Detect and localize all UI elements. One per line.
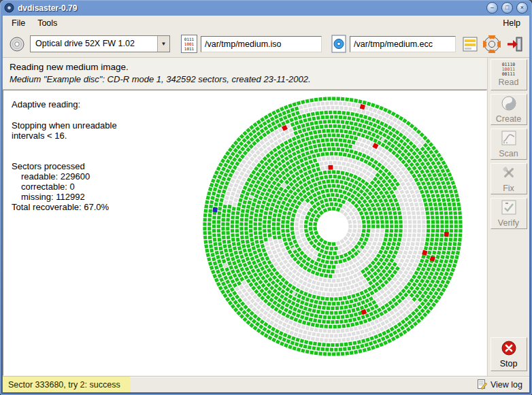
fix-button: Fix bbox=[491, 163, 527, 194]
drive-select[interactable]: Optical drive 52X FW 1.02 ▼ bbox=[30, 35, 170, 52]
scan-button: Scan bbox=[491, 128, 527, 160]
fix-icon bbox=[501, 165, 516, 183]
scan-label: Scan bbox=[499, 149, 518, 158]
toolbar: Optical drive 52X FW 1.02 ▼ 0111 1001 10… bbox=[3, 31, 529, 58]
stop-label: Stop bbox=[500, 359, 518, 368]
sectors-correctable: correctable: 0 bbox=[12, 182, 117, 192]
view-log-button[interactable]: View log bbox=[478, 379, 529, 390]
help-lifebelt-icon[interactable] bbox=[483, 35, 501, 53]
create-label: Create bbox=[496, 114, 522, 124]
drive-icon[interactable] bbox=[8, 35, 26, 53]
menu-tools[interactable]: Tools bbox=[31, 17, 63, 29]
main-panel: Adaptive reading: Stopping when unreadab… bbox=[3, 90, 487, 376]
fix-label: Fix bbox=[503, 184, 514, 193]
stop-button[interactable]: Stop bbox=[491, 337, 527, 371]
statusbar: Sector 333680, try 2: success View log bbox=[3, 376, 529, 392]
minimize-button[interactable]: – bbox=[486, 2, 498, 14]
status-panel: Reading new medium image. Medium "Exampl… bbox=[3, 58, 487, 90]
scan-icon bbox=[501, 131, 516, 148]
read-label: Read bbox=[499, 78, 519, 87]
sectors-missing: missing: 112992 bbox=[12, 192, 117, 202]
verify-button: Verify bbox=[491, 198, 527, 229]
drive-select-value: Optical drive 52X FW 1.02 bbox=[31, 36, 157, 52]
reading-info: Adaptive reading: Stopping when unreadab… bbox=[12, 99, 117, 212]
create-icon bbox=[501, 96, 516, 114]
quit-icon[interactable] bbox=[506, 35, 524, 53]
maximize-button[interactable]: □ bbox=[501, 2, 513, 14]
sectors-heading: Sectors processed bbox=[12, 161, 117, 171]
client-area: File Tools Help Optical drive 52X FW 1.0… bbox=[3, 16, 529, 392]
create-button: Create bbox=[491, 94, 527, 125]
ecc-file-icon bbox=[331, 35, 346, 53]
read-icon: 01110 10011 00111 bbox=[502, 63, 516, 77]
status-line2: Medium "Example disc": CD-R mode 1, 3425… bbox=[10, 74, 480, 84]
sector-spiral bbox=[182, 92, 484, 366]
menu-file[interactable]: File bbox=[5, 17, 31, 29]
info-heading: Adaptive reading: bbox=[12, 99, 117, 109]
window-title: dvdisaster-0.79 bbox=[18, 3, 77, 13]
view-log-icon bbox=[478, 379, 488, 390]
stop-icon bbox=[501, 341, 516, 358]
content-row: Reading new medium image. Medium "Exampl… bbox=[3, 58, 529, 376]
titlebar[interactable]: dvdisaster-0.79 – □ × bbox=[0, 0, 532, 16]
chevron-down-icon[interactable]: ▼ bbox=[157, 36, 169, 52]
preferences-icon[interactable] bbox=[463, 36, 478, 52]
total-recoverable: Total recoverable: 67.0% bbox=[12, 202, 117, 212]
menubar: File Tools Help bbox=[3, 16, 529, 31]
status-line1: Reading new medium image. bbox=[10, 62, 480, 72]
status-message: Sector 333680, try 2: success bbox=[3, 377, 130, 392]
app-window: dvdisaster-0.79 – □ × File Tools Help Op… bbox=[0, 0, 532, 395]
info-line2: intervals < 16. bbox=[12, 131, 117, 141]
info-line1: Stopping when unreadable bbox=[12, 120, 117, 131]
read-button: 01110 10011 00111 Read bbox=[491, 59, 527, 90]
close-button[interactable]: × bbox=[516, 2, 528, 14]
view-log-label: View log bbox=[491, 380, 522, 390]
menu-help[interactable]: Help bbox=[497, 17, 527, 29]
image-file-icon: 0111 1001 1011 bbox=[181, 35, 197, 53]
sidebar: 01110 10011 00111 Read Create bbox=[487, 58, 529, 376]
left-column: Reading new medium image. Medium "Exampl… bbox=[3, 58, 487, 376]
iso-path-input[interactable] bbox=[201, 36, 322, 52]
verify-label: Verify bbox=[498, 218, 519, 228]
sectors-readable: readable: 229600 bbox=[12, 171, 117, 182]
app-icon bbox=[4, 3, 14, 13]
ecc-path-input[interactable] bbox=[350, 36, 456, 52]
verify-icon bbox=[501, 200, 516, 218]
